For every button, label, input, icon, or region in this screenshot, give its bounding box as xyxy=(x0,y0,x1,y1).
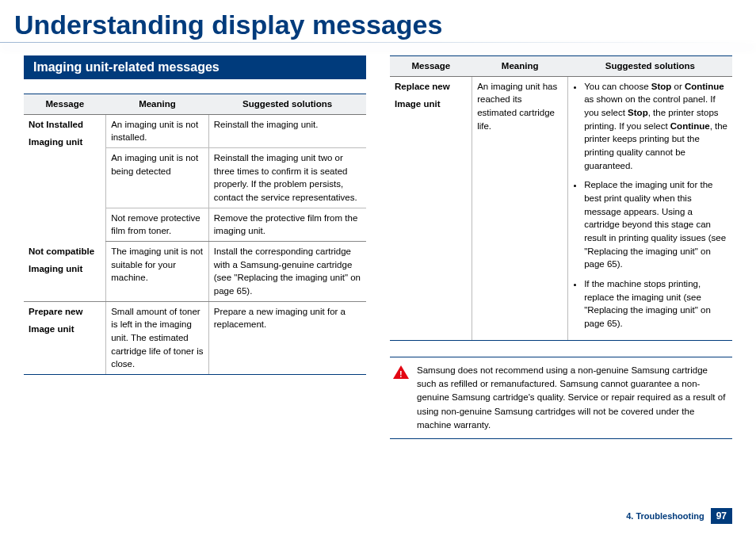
table-row: Replace new Image unit An imaging unit h… xyxy=(390,76,732,340)
msg-line1: Not compatible xyxy=(29,246,94,256)
msg-line2: Imaging unit xyxy=(29,136,101,149)
page-title: Understanding display messages xyxy=(0,0,756,42)
meaning-cell: The imaging unit is not suitable for you… xyxy=(106,242,209,302)
messages-table-right: Message Meaning Suggested solutions Repl… xyxy=(390,55,732,341)
table-row: Not Installed Imaging unit An imaging un… xyxy=(24,114,366,147)
table-row: Not compatible Imaging unit The imaging … xyxy=(24,242,366,302)
warning-text: Samsung does not recommend using a non-g… xyxy=(417,364,729,432)
col-header-meaning: Meaning xyxy=(472,56,568,77)
meaning-cell: An imaging unit has reached its estimate… xyxy=(472,76,568,340)
warning-callout: Samsung does not recommend using a non-g… xyxy=(390,357,732,439)
meaning-cell: Small amount of toner is left in the ima… xyxy=(106,301,209,374)
msg-line2: Image unit xyxy=(395,97,467,111)
table-row: Prepare new Image unit Small amount of t… xyxy=(24,301,366,374)
right-column: Message Meaning Suggested solutions Repl… xyxy=(390,55,732,439)
solution-cell: You can choose Stop or Continue as shown… xyxy=(568,76,732,340)
meaning-cell: An imaging unit is not installed. xyxy=(106,114,209,147)
list-item: Replace the imaging unit for the best pr… xyxy=(584,178,727,271)
solution-cell: Install the corresponding cartridge with… xyxy=(208,242,366,302)
list-item: You can choose Stop or Continue as shown… xyxy=(584,80,727,173)
solution-cell: Reinstall the imaging unit. xyxy=(208,114,366,147)
meaning-cell: An imaging unit is not being detected xyxy=(106,148,209,208)
list-item: If the machine stops printing, replace t… xyxy=(584,277,727,331)
left-column: Imaging unit-related messages Message Me… xyxy=(24,55,366,439)
title-rule xyxy=(0,42,756,43)
msg-line1: Prepare new xyxy=(29,307,82,316)
col-header-message: Message xyxy=(390,56,472,77)
messages-table-left: Message Meaning Suggested solutions Not … xyxy=(24,94,366,375)
page-footer: 4. Troubleshooting 97 xyxy=(626,508,732,524)
footer-page-number: 97 xyxy=(711,508,732,524)
content-columns: Imaging unit-related messages Message Me… xyxy=(0,48,756,439)
col-header-message: Message xyxy=(24,94,106,115)
section-header: Imaging unit-related messages xyxy=(24,55,366,79)
col-header-solutions: Suggested solutions xyxy=(208,94,366,115)
solution-cell: Reinstall the imaging unit two or three … xyxy=(208,148,366,208)
solution-cell: Prepare a new imaging unit for a replace… xyxy=(208,301,366,374)
footer-chapter: 4. Troubleshooting xyxy=(626,511,704,521)
msg-line1: Replace new xyxy=(395,82,450,91)
solution-cell: Remove the protective film from the imag… xyxy=(208,208,366,241)
warning-icon xyxy=(393,365,409,379)
meaning-cell: Not remove protective film from toner. xyxy=(106,208,209,241)
msg-line2: Imaging unit xyxy=(29,262,101,276)
msg-line1: Not Installed xyxy=(29,120,83,129)
col-header-solutions: Suggested solutions xyxy=(568,56,732,77)
msg-line2: Image unit xyxy=(29,323,101,336)
col-header-meaning: Meaning xyxy=(106,94,209,115)
